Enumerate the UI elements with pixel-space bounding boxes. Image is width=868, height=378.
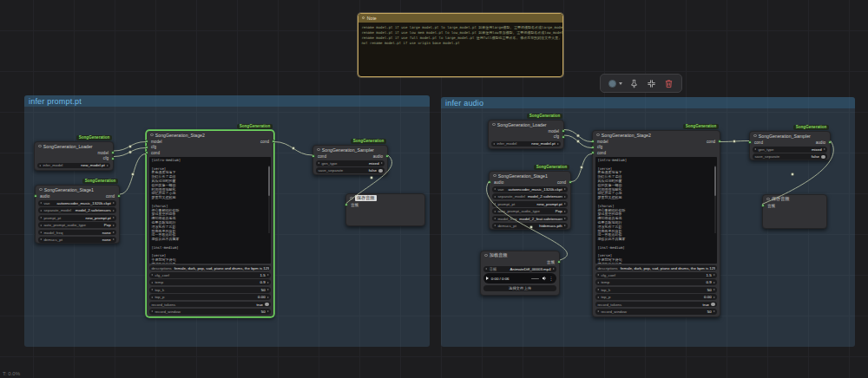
port-dot-output[interactable] — [272, 140, 275, 143]
widget-demucs-pt[interactable]: demucs_pthtdemucs.pth — [492, 223, 568, 229]
upload-button[interactable]: 选择文件上传 — [483, 285, 556, 291]
next-value-icon[interactable] — [713, 274, 715, 276]
prev-value-icon[interactable] — [40, 231, 42, 233]
prev-value-icon[interactable] — [485, 268, 487, 270]
port-dot-input[interactable] — [761, 204, 765, 207]
port-dot-output[interactable] — [111, 157, 115, 160]
play-icon[interactable] — [486, 277, 489, 280]
next-value-icon[interactable] — [713, 310, 715, 312]
color-swatch-icon[interactable] — [608, 80, 616, 88]
widget-save-separate[interactable]: save_separatefalse — [316, 167, 385, 173]
next-value-icon[interactable] — [564, 211, 566, 212]
next-value-icon[interactable] — [564, 218, 566, 219]
prev-value-icon[interactable] — [40, 217, 42, 218]
node-collapse-icon[interactable] — [492, 123, 496, 127]
port-dot-input[interactable] — [748, 140, 752, 144]
widget-record-window[interactable]: record_window50 — [149, 309, 271, 315]
widget-infer-model[interactable]: infer_model new_model.pt — [37, 163, 110, 169]
toggle-icon[interactable] — [711, 303, 714, 306]
prev-value-icon[interactable] — [493, 143, 495, 145]
next-value-icon[interactable] — [113, 217, 115, 218]
collapse-button[interactable] — [647, 79, 656, 88]
widget-temp[interactable]: temp0.9 — [595, 279, 717, 285]
prev-value-icon[interactable] — [597, 297, 599, 298]
node-load-audio[interactable]: 加载音频 音频 音频AnimateDiff_00003.mp4 0:00 / 0… — [480, 251, 560, 296]
prev-value-icon[interactable] — [40, 238, 42, 240]
player-menu-icon[interactable]: ⋮ — [549, 277, 553, 281]
next-value-icon[interactable] — [107, 165, 108, 166]
prev-value-icon[interactable] — [494, 211, 496, 212]
prev-value-icon[interactable] — [151, 289, 153, 290]
node-songgeneration-stage1-left[interactable]: SongGeneration SongGeneration_Stage1 aud… — [35, 185, 120, 244]
widget-separate-model[interactable]: separate_modelmodel_2.safetensors — [38, 207, 116, 213]
port-dot-output[interactable] — [111, 151, 115, 154]
node-save-audio-right[interactable]: 保存音频 音频 — [762, 194, 827, 229]
lyrics-textarea[interactable]: [intro-medium] [verse] 夜色温柔地落下 街灯拉长了牵挂 风… — [595, 157, 717, 264]
widget-separate-model[interactable]: separate_modelmodel_2.safetensors — [492, 193, 568, 199]
port-dot-input[interactable] — [488, 180, 491, 184]
node-collapse-icon[interactable] — [484, 254, 488, 257]
next-value-icon[interactable] — [113, 225, 115, 226]
next-value-icon[interactable] — [267, 289, 269, 290]
prev-value-icon[interactable] — [151, 282, 153, 284]
widget-descriptions[interactable]: descriptions female, dark, pop, sad, pia… — [595, 265, 717, 271]
widget-cfg-coef[interactable]: cfg_coef1.5 — [595, 272, 717, 278]
node-note[interactable]: Note rename model.pt if use large model.… — [358, 13, 563, 77]
widget-prompt-pt[interactable]: prompt_ptnew_prompt.pt — [492, 201, 568, 207]
prev-value-icon[interactable] — [151, 274, 153, 276]
next-value-icon[interactable] — [113, 231, 115, 233]
node-collapse-icon[interactable] — [596, 134, 600, 137]
widget-gen-type[interactable]: gen_typemixed — [316, 160, 385, 166]
prev-value-icon[interactable] — [597, 289, 599, 290]
pin-button[interactable] — [629, 79, 639, 88]
node-songgeneration-sampler-left[interactable]: SongGeneration SongGeneration_Sampler co… — [312, 145, 388, 175]
node-color-button[interactable] — [608, 80, 621, 88]
port-dot-output[interactable] — [562, 129, 565, 133]
widget-top-p[interactable]: top_p0.00 — [595, 294, 717, 300]
widget-temp[interactable]: temp0.9 — [149, 279, 271, 285]
node-collapse-icon[interactable] — [753, 134, 757, 138]
prev-value-icon[interactable] — [494, 225, 496, 226]
port-dot-input[interactable] — [34, 194, 37, 198]
player-progress[interactable] — [531, 278, 539, 280]
port-dot-input[interactable] — [591, 146, 595, 149]
next-value-icon[interactable] — [564, 203, 566, 205]
next-value-icon[interactable] — [267, 310, 269, 312]
prev-value-icon[interactable] — [40, 202, 42, 204]
next-value-icon[interactable] — [113, 210, 115, 212]
node-collapse-icon[interactable] — [39, 188, 43, 192]
textarea-scrollbar-thumb[interactable] — [714, 166, 716, 196]
prev-value-icon[interactable] — [40, 225, 42, 226]
node-collapse-icon[interactable] — [38, 145, 42, 148]
prev-value-icon[interactable] — [40, 210, 42, 212]
prev-value-icon[interactable] — [151, 297, 153, 298]
prev-value-icon[interactable] — [39, 165, 41, 166]
next-value-icon[interactable] — [267, 282, 269, 284]
next-value-icon[interactable] — [564, 188, 566, 190]
widget-vae[interactable]: vaeautoencoder_music_1320k.ckpt — [492, 186, 568, 192]
port-dot-input[interactable] — [591, 140, 595, 143]
port-dot-input[interactable] — [345, 203, 348, 206]
prev-value-icon[interactable] — [151, 310, 153, 312]
port-dot-output[interactable] — [828, 140, 832, 144]
widget-record-tokens[interactable]: record_tokenstrue — [149, 302, 271, 308]
prev-value-icon[interactable] — [494, 196, 496, 198]
next-value-icon[interactable] — [713, 282, 715, 284]
node-collapse-icon[interactable] — [493, 174, 496, 178]
node-collapse-icon[interactable] — [362, 16, 365, 19]
next-value-icon[interactable] — [267, 274, 269, 276]
group-header-infer-audio[interactable]: infer audio — [441, 97, 855, 108]
prev-value-icon[interactable] — [597, 282, 599, 284]
prev-value-icon[interactable] — [318, 162, 319, 164]
prev-value-icon[interactable] — [597, 274, 599, 276]
next-value-icon[interactable] — [381, 162, 383, 164]
node-songgeneration-loader-right[interactable]: SongGeneration SongGeneration_Loader mod… — [488, 120, 564, 149]
prev-value-icon[interactable] — [494, 188, 496, 190]
node-songgeneration-loader-left[interactable]: SongGeneration SongGeneration_Loader mod… — [34, 141, 114, 171]
port-dot-output[interactable] — [562, 135, 565, 139]
next-value-icon[interactable] — [113, 202, 115, 204]
widget-save-separate[interactable]: save_separatefalse — [753, 153, 827, 160]
next-value-icon[interactable] — [564, 196, 566, 198]
widget-prompt-pt[interactable]: prompt_ptnew_prompt.pt — [38, 215, 116, 221]
next-value-icon[interactable] — [267, 297, 269, 298]
